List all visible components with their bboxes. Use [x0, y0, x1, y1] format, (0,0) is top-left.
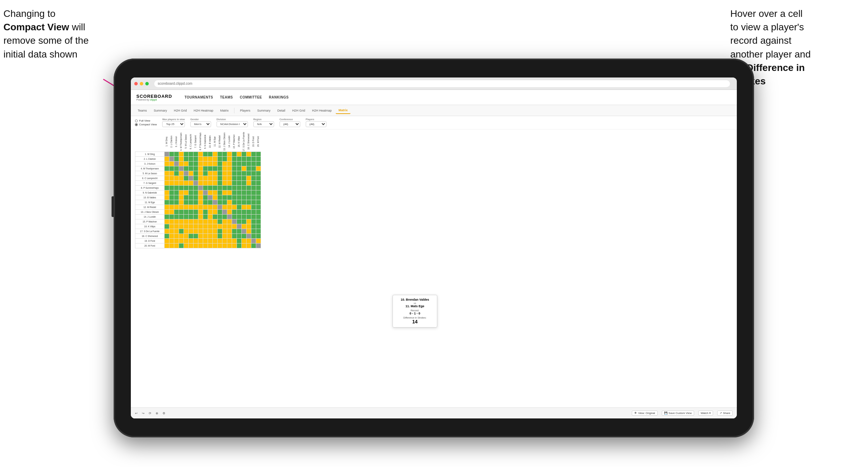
matrix-cell-7-10[interactable]	[213, 186, 218, 190]
matrix-cell-16-9[interactable]	[208, 229, 213, 234]
matrix-cell-15-9[interactable]	[208, 224, 213, 229]
matrix-cell-10-12[interactable]	[222, 200, 227, 205]
matrix-cell-17-2[interactable]	[174, 234, 179, 239]
matrix-cell-4-16[interactable]	[242, 171, 247, 176]
matrix-cell-1-15[interactable]	[237, 157, 242, 162]
nav-committee[interactable]: COMMITTEE	[240, 95, 262, 99]
matrix-cell-12-8[interactable]	[203, 210, 208, 215]
matrix-cell-15-14[interactable]	[232, 224, 237, 229]
zoom-icon[interactable]: ⊕	[156, 412, 158, 415]
matrix-cell-13-2[interactable]	[174, 215, 179, 219]
matrix-cell-9-1[interactable]	[169, 195, 174, 200]
matrix-cell-3-13[interactable]	[227, 166, 232, 171]
matrix-cell-11-14[interactable]	[232, 205, 237, 210]
matrix-cell-9-9[interactable]	[208, 195, 213, 200]
matrix-cell-16-6[interactable]	[194, 229, 198, 234]
matrix-cell-11-15[interactable]	[237, 205, 242, 210]
matrix-cell-12-5[interactable]	[189, 210, 194, 215]
tab-h2h-heatmap-right[interactable]: H2H Heatmap	[309, 107, 334, 114]
matrix-cell-14-12[interactable]	[222, 219, 227, 224]
matrix-cell-12-2[interactable]	[174, 210, 179, 215]
matrix-cell-11-12[interactable]	[222, 205, 227, 210]
matrix-cell-18-9[interactable]	[208, 239, 213, 243]
tab-detail[interactable]: Detail	[275, 107, 288, 114]
matrix-cell-3-2[interactable]	[174, 166, 179, 171]
matrix-cell-1-2[interactable]	[174, 157, 179, 162]
matrix-cell-11-11[interactable]	[218, 205, 222, 210]
matrix-cell-12-0[interactable]	[165, 210, 169, 215]
matrix-cell-13-1[interactable]	[169, 215, 174, 219]
matrix-cell-9-7[interactable]	[198, 195, 203, 200]
matrix-cell-4-14[interactable]	[232, 171, 237, 176]
matrix-cell-5-17[interactable]	[247, 176, 251, 181]
matrix-cell-15-16[interactable]	[242, 224, 247, 229]
tab-summary[interactable]: Summary	[151, 107, 170, 114]
matrix-cell-19-1[interactable]	[169, 243, 174, 248]
matrix-cell-17-13[interactable]	[227, 234, 232, 239]
matrix-cell-6-11[interactable]	[218, 181, 222, 186]
matrix-cell-1-19[interactable]	[256, 157, 261, 162]
matrix-cell-7-2[interactable]	[174, 186, 179, 190]
matrix-cell-10-4[interactable]	[184, 200, 189, 205]
matrix-cell-19-3[interactable]	[179, 243, 184, 248]
matrix-cell-9-5[interactable]	[189, 195, 194, 200]
view-original-button[interactable]: 👁 View: Original	[632, 411, 657, 416]
matrix-cell-7-12[interactable]	[222, 186, 227, 190]
browser-url-bar[interactable]: scoreboard.clippd.com	[154, 80, 730, 87]
matrix-cell-18-13[interactable]	[227, 239, 232, 243]
matrix-cell-8-18[interactable]	[251, 190, 256, 195]
matrix-cell-9-0[interactable]	[165, 195, 169, 200]
matrix-cell-19-2[interactable]	[174, 243, 179, 248]
matrix-cell-12-11[interactable]	[218, 210, 222, 215]
matrix-cell-0-11[interactable]	[218, 152, 222, 157]
matrix-cell-2-13[interactable]	[227, 162, 232, 166]
matrix-cell-0-19[interactable]	[256, 152, 261, 157]
matrix-cell-16-8[interactable]	[203, 229, 208, 234]
matrix-cell-9-18[interactable]	[251, 195, 256, 200]
matrix-cell-8-4[interactable]	[184, 190, 189, 195]
matrix-cell-16-7[interactable]	[198, 229, 203, 234]
matrix-cell-11-8[interactable]	[203, 205, 208, 210]
matrix-cell-6-7[interactable]	[198, 181, 203, 186]
matrix-cell-4-12[interactable]	[222, 171, 227, 176]
matrix-cell-12-6[interactable]	[194, 210, 198, 215]
matrix-cell-10-19[interactable]	[256, 200, 261, 205]
matrix-cell-7-14[interactable]	[232, 186, 237, 190]
matrix-cell-19-9[interactable]	[208, 243, 213, 248]
matrix-cell-2-3[interactable]	[179, 162, 184, 166]
matrix-cell-3-1[interactable]	[169, 166, 174, 171]
matrix-cell-6-12[interactable]	[222, 181, 227, 186]
matrix-cell-2-10[interactable]	[213, 162, 218, 166]
matrix-cell-13-0[interactable]	[165, 215, 169, 219]
matrix-cell-10-11[interactable]	[218, 200, 222, 205]
matrix-cell-8-1[interactable]	[169, 190, 174, 195]
matrix-cell-10-10[interactable]	[213, 200, 218, 205]
matrix-cell-13-6[interactable]	[194, 215, 198, 219]
matrix-cell-18-3[interactable]	[179, 239, 184, 243]
matrix-cell-19-19[interactable]	[256, 243, 261, 248]
matrix-cell-0-17[interactable]	[247, 152, 251, 157]
matrix-cell-3-11[interactable]	[218, 166, 222, 171]
matrix-cell-8-12[interactable]	[222, 190, 227, 195]
matrix-cell-19-7[interactable]	[198, 243, 203, 248]
matrix-cell-1-3[interactable]	[179, 157, 184, 162]
matrix-cell-6-19[interactable]	[256, 181, 261, 186]
nav-rankings[interactable]: RANKINGS	[269, 95, 289, 99]
matrix-cell-5-5[interactable]	[189, 176, 194, 181]
matrix-cell-5-13[interactable]	[227, 176, 232, 181]
matrix-cell-3-14[interactable]	[232, 166, 237, 171]
matrix-cell-13-16[interactable]	[242, 215, 247, 219]
matrix-cell-19-15[interactable]	[237, 243, 242, 248]
matrix-cell-16-5[interactable]	[189, 229, 194, 234]
matrix-cell-0-14[interactable]	[232, 152, 237, 157]
matrix-cell-8-11[interactable]	[218, 190, 222, 195]
matrix-cell-5-15[interactable]	[237, 176, 242, 181]
matrix-cell-18-2[interactable]	[174, 239, 179, 243]
matrix-cell-12-13[interactable]	[227, 210, 232, 215]
matrix-cell-5-11[interactable]	[218, 176, 222, 181]
matrix-cell-3-16[interactable]	[242, 166, 247, 171]
matrix-cell-18-19[interactable]	[256, 239, 261, 243]
matrix-cell-9-19[interactable]	[256, 195, 261, 200]
matrix-cell-14-2[interactable]	[174, 219, 179, 224]
matrix-cell-16-2[interactable]	[174, 229, 179, 234]
